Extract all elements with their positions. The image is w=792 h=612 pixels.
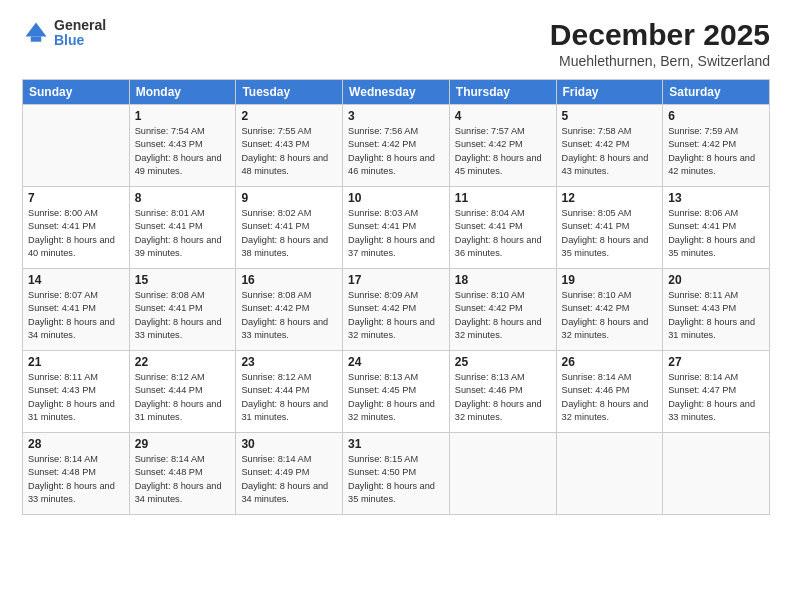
day-number: 18 bbox=[455, 273, 551, 287]
calendar-week-2: 14Sunrise: 8:07 AMSunset: 4:41 PMDayligh… bbox=[23, 269, 770, 351]
calendar-cell: 19Sunrise: 8:10 AMSunset: 4:42 PMDayligh… bbox=[556, 269, 663, 351]
day-number: 1 bbox=[135, 109, 231, 123]
calendar-cell: 27Sunrise: 8:14 AMSunset: 4:47 PMDayligh… bbox=[663, 351, 770, 433]
logo-icon bbox=[22, 19, 50, 47]
col-monday: Monday bbox=[129, 80, 236, 105]
calendar-cell: 18Sunrise: 8:10 AMSunset: 4:42 PMDayligh… bbox=[449, 269, 556, 351]
col-thursday: Thursday bbox=[449, 80, 556, 105]
calendar-table: Sunday Monday Tuesday Wednesday Thursday… bbox=[22, 79, 770, 515]
day-info: Sunrise: 8:02 AMSunset: 4:41 PMDaylight:… bbox=[241, 208, 328, 258]
calendar-cell: 21Sunrise: 8:11 AMSunset: 4:43 PMDayligh… bbox=[23, 351, 130, 433]
day-info: Sunrise: 8:14 AMSunset: 4:46 PMDaylight:… bbox=[562, 372, 649, 422]
day-number: 30 bbox=[241, 437, 337, 451]
day-number: 6 bbox=[668, 109, 764, 123]
calendar-cell: 2Sunrise: 7:55 AMSunset: 4:43 PMDaylight… bbox=[236, 105, 343, 187]
calendar-cell: 22Sunrise: 8:12 AMSunset: 4:44 PMDayligh… bbox=[129, 351, 236, 433]
col-tuesday: Tuesday bbox=[236, 80, 343, 105]
calendar-cell: 17Sunrise: 8:09 AMSunset: 4:42 PMDayligh… bbox=[343, 269, 450, 351]
day-number: 14 bbox=[28, 273, 124, 287]
day-info: Sunrise: 8:11 AMSunset: 4:43 PMDaylight:… bbox=[668, 290, 755, 340]
day-number: 29 bbox=[135, 437, 231, 451]
calendar-cell: 6Sunrise: 7:59 AMSunset: 4:42 PMDaylight… bbox=[663, 105, 770, 187]
calendar-cell: 1Sunrise: 7:54 AMSunset: 4:43 PMDaylight… bbox=[129, 105, 236, 187]
calendar-cell: 15Sunrise: 8:08 AMSunset: 4:41 PMDayligh… bbox=[129, 269, 236, 351]
logo-general-label: General bbox=[54, 18, 106, 33]
calendar-cell: 30Sunrise: 8:14 AMSunset: 4:49 PMDayligh… bbox=[236, 433, 343, 515]
day-info: Sunrise: 7:57 AMSunset: 4:42 PMDaylight:… bbox=[455, 126, 542, 176]
day-number: 8 bbox=[135, 191, 231, 205]
logo-blue-label: Blue bbox=[54, 33, 106, 48]
logo-text: General Blue bbox=[54, 18, 106, 49]
calendar-week-0: 1Sunrise: 7:54 AMSunset: 4:43 PMDaylight… bbox=[23, 105, 770, 187]
calendar-cell: 3Sunrise: 7:56 AMSunset: 4:42 PMDaylight… bbox=[343, 105, 450, 187]
day-info: Sunrise: 8:01 AMSunset: 4:41 PMDaylight:… bbox=[135, 208, 222, 258]
calendar-cell bbox=[663, 433, 770, 515]
calendar-cell: 29Sunrise: 8:14 AMSunset: 4:48 PMDayligh… bbox=[129, 433, 236, 515]
day-info: Sunrise: 8:12 AMSunset: 4:44 PMDaylight:… bbox=[241, 372, 328, 422]
header: General Blue December 2025 Muehlethurnen… bbox=[22, 18, 770, 69]
calendar-cell: 28Sunrise: 8:14 AMSunset: 4:48 PMDayligh… bbox=[23, 433, 130, 515]
col-wednesday: Wednesday bbox=[343, 80, 450, 105]
day-number: 9 bbox=[241, 191, 337, 205]
calendar-cell bbox=[556, 433, 663, 515]
day-info: Sunrise: 7:54 AMSunset: 4:43 PMDaylight:… bbox=[135, 126, 222, 176]
day-info: Sunrise: 8:15 AMSunset: 4:50 PMDaylight:… bbox=[348, 454, 435, 504]
day-info: Sunrise: 8:14 AMSunset: 4:47 PMDaylight:… bbox=[668, 372, 755, 422]
day-number: 16 bbox=[241, 273, 337, 287]
day-info: Sunrise: 7:58 AMSunset: 4:42 PMDaylight:… bbox=[562, 126, 649, 176]
day-info: Sunrise: 8:14 AMSunset: 4:48 PMDaylight:… bbox=[28, 454, 115, 504]
day-info: Sunrise: 8:11 AMSunset: 4:43 PMDaylight:… bbox=[28, 372, 115, 422]
logo: General Blue bbox=[22, 18, 106, 49]
calendar-cell: 9Sunrise: 8:02 AMSunset: 4:41 PMDaylight… bbox=[236, 187, 343, 269]
title-block: December 2025 Muehlethurnen, Bern, Switz… bbox=[550, 18, 770, 69]
day-number: 10 bbox=[348, 191, 444, 205]
day-number: 31 bbox=[348, 437, 444, 451]
day-number: 7 bbox=[28, 191, 124, 205]
col-sunday: Sunday bbox=[23, 80, 130, 105]
calendar-cell: 26Sunrise: 8:14 AMSunset: 4:46 PMDayligh… bbox=[556, 351, 663, 433]
calendar-cell: 13Sunrise: 8:06 AMSunset: 4:41 PMDayligh… bbox=[663, 187, 770, 269]
calendar-week-3: 21Sunrise: 8:11 AMSunset: 4:43 PMDayligh… bbox=[23, 351, 770, 433]
svg-marker-0 bbox=[26, 23, 47, 37]
main-title: December 2025 bbox=[550, 18, 770, 51]
day-number: 21 bbox=[28, 355, 124, 369]
day-info: Sunrise: 8:05 AMSunset: 4:41 PMDaylight:… bbox=[562, 208, 649, 258]
page: General Blue December 2025 Muehlethurnen… bbox=[0, 0, 792, 612]
calendar-cell: 24Sunrise: 8:13 AMSunset: 4:45 PMDayligh… bbox=[343, 351, 450, 433]
calendar-cell: 16Sunrise: 8:08 AMSunset: 4:42 PMDayligh… bbox=[236, 269, 343, 351]
day-info: Sunrise: 8:00 AMSunset: 4:41 PMDaylight:… bbox=[28, 208, 115, 258]
day-info: Sunrise: 8:13 AMSunset: 4:46 PMDaylight:… bbox=[455, 372, 542, 422]
day-number: 19 bbox=[562, 273, 658, 287]
day-info: Sunrise: 8:10 AMSunset: 4:42 PMDaylight:… bbox=[455, 290, 542, 340]
calendar-week-4: 28Sunrise: 8:14 AMSunset: 4:48 PMDayligh… bbox=[23, 433, 770, 515]
day-info: Sunrise: 8:08 AMSunset: 4:42 PMDaylight:… bbox=[241, 290, 328, 340]
day-info: Sunrise: 8:10 AMSunset: 4:42 PMDaylight:… bbox=[562, 290, 649, 340]
header-row: Sunday Monday Tuesday Wednesday Thursday… bbox=[23, 80, 770, 105]
day-info: Sunrise: 8:07 AMSunset: 4:41 PMDaylight:… bbox=[28, 290, 115, 340]
calendar-cell: 23Sunrise: 8:12 AMSunset: 4:44 PMDayligh… bbox=[236, 351, 343, 433]
day-number: 20 bbox=[668, 273, 764, 287]
day-info: Sunrise: 8:03 AMSunset: 4:41 PMDaylight:… bbox=[348, 208, 435, 258]
day-number: 27 bbox=[668, 355, 764, 369]
day-number: 4 bbox=[455, 109, 551, 123]
day-number: 3 bbox=[348, 109, 444, 123]
day-info: Sunrise: 7:55 AMSunset: 4:43 PMDaylight:… bbox=[241, 126, 328, 176]
day-number: 25 bbox=[455, 355, 551, 369]
calendar-week-1: 7Sunrise: 8:00 AMSunset: 4:41 PMDaylight… bbox=[23, 187, 770, 269]
day-number: 12 bbox=[562, 191, 658, 205]
day-number: 17 bbox=[348, 273, 444, 287]
subtitle: Muehlethurnen, Bern, Switzerland bbox=[550, 53, 770, 69]
calendar-cell: 25Sunrise: 8:13 AMSunset: 4:46 PMDayligh… bbox=[449, 351, 556, 433]
col-friday: Friday bbox=[556, 80, 663, 105]
day-info: Sunrise: 8:12 AMSunset: 4:44 PMDaylight:… bbox=[135, 372, 222, 422]
day-info: Sunrise: 7:59 AMSunset: 4:42 PMDaylight:… bbox=[668, 126, 755, 176]
calendar-cell: 7Sunrise: 8:00 AMSunset: 4:41 PMDaylight… bbox=[23, 187, 130, 269]
calendar-cell bbox=[23, 105, 130, 187]
day-number: 28 bbox=[28, 437, 124, 451]
calendar-cell bbox=[449, 433, 556, 515]
day-info: Sunrise: 8:04 AMSunset: 4:41 PMDaylight:… bbox=[455, 208, 542, 258]
calendar-cell: 11Sunrise: 8:04 AMSunset: 4:41 PMDayligh… bbox=[449, 187, 556, 269]
calendar-cell: 14Sunrise: 8:07 AMSunset: 4:41 PMDayligh… bbox=[23, 269, 130, 351]
day-info: Sunrise: 8:08 AMSunset: 4:41 PMDaylight:… bbox=[135, 290, 222, 340]
day-number: 5 bbox=[562, 109, 658, 123]
